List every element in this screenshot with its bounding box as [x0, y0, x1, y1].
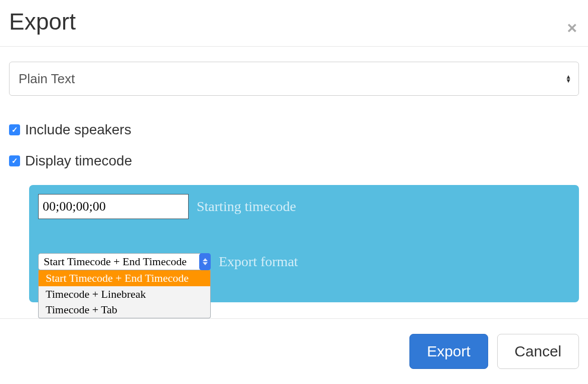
- starting-timecode-label: Starting timecode: [197, 199, 296, 215]
- export-format-row: Start Timecode + End Timecode Start Time…: [38, 253, 570, 270]
- updown-icon: ▲▼: [565, 75, 571, 83]
- export-format-option[interactable]: Timecode + Linebreak: [39, 286, 210, 302]
- export-modal: Export × Plain Text ▲▼ ✓ Include speaker…: [0, 0, 588, 384]
- cancel-button[interactable]: Cancel: [497, 334, 579, 369]
- starting-timecode-row: Starting timecode: [38, 194, 570, 219]
- display-timecode-checkbox[interactable]: ✓: [9, 155, 20, 166]
- modal-footer: Export Cancel: [0, 318, 588, 384]
- display-timecode-label[interactable]: Display timecode: [25, 153, 132, 169]
- export-format-option[interactable]: Start Timecode + End Timecode: [39, 270, 210, 286]
- export-format-option[interactable]: Timecode + Tab: [39, 302, 210, 318]
- timecode-panel: Starting timecode Start Timecode + End T…: [29, 185, 579, 302]
- format-select-value: Plain Text: [19, 71, 75, 87]
- display-timecode-row: ✓ Display timecode: [9, 153, 579, 169]
- modal-title: Export: [9, 9, 76, 35]
- export-format-dropdown: Start Timecode + End TimecodeTimecode + …: [38, 270, 211, 318]
- export-format-label: Export format: [219, 254, 298, 270]
- modal-body: Plain Text ▲▼ ✓ Include speakers ✓ Displ…: [0, 47, 588, 322]
- format-select[interactable]: Plain Text ▲▼: [9, 62, 579, 96]
- export-format-value[interactable]: Start Timecode + End Timecode: [38, 253, 201, 270]
- updown-stepper-icon[interactable]: [199, 253, 211, 270]
- include-speakers-label[interactable]: Include speakers: [25, 122, 131, 138]
- include-speakers-row: ✓ Include speakers: [9, 122, 579, 138]
- export-format-select[interactable]: Start Timecode + End Timecode Start Time…: [38, 253, 211, 270]
- modal-header: Export ×: [0, 0, 588, 47]
- include-speakers-checkbox[interactable]: ✓: [9, 124, 20, 135]
- starting-timecode-input[interactable]: [38, 194, 189, 219]
- close-icon[interactable]: ×: [567, 19, 577, 36]
- export-button[interactable]: Export: [409, 334, 488, 369]
